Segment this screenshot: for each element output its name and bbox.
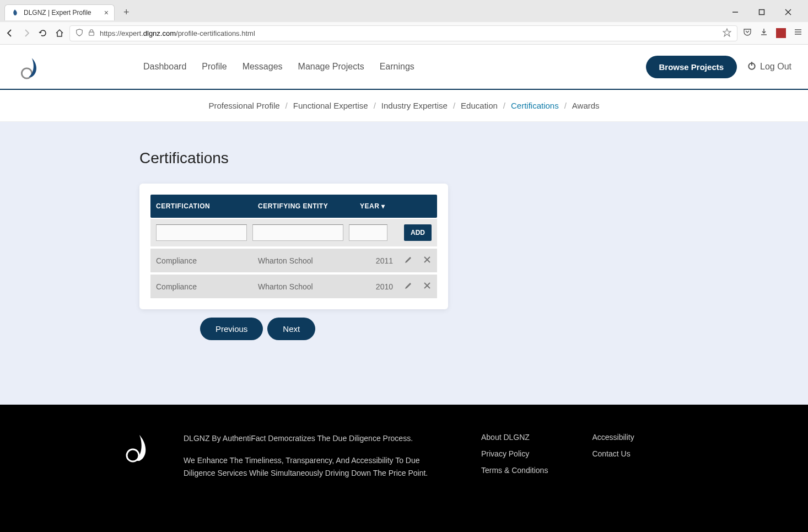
close-window-button[interactable] [777, 4, 799, 20]
table-header: CERTIFICATION CERTIFYING ENTITY YEAR ▾ [150, 195, 437, 218]
breadcrumb-awards[interactable]: Awards [572, 101, 600, 110]
logout-label: Log Out [760, 62, 791, 72]
cell-year: 2011 [360, 256, 398, 265]
page-viewport: Dashboard Profile Messages Manage Projec… [0, 45, 808, 532]
minimize-button[interactable] [724, 4, 746, 20]
footer-link-terms[interactable]: Terms & Conditions [481, 466, 548, 475]
browser-tab[interactable]: DLGNZ | Expert Profile × [4, 4, 115, 20]
forward-button[interactable] [22, 29, 31, 37]
nav-dashboard[interactable]: Dashboard [143, 62, 186, 72]
header-year[interactable]: YEAR ▾ [360, 202, 398, 210]
entity-input[interactable] [252, 224, 343, 241]
browser-toolbar: https://expert.dlgnz.com/profile-certifi… [0, 22, 808, 44]
header-certification: CERTIFICATION [156, 202, 258, 210]
browse-projects-button[interactable]: Browse Projects [646, 56, 737, 78]
nav-messages[interactable]: Messages [243, 62, 283, 72]
bookmark-icon[interactable] [723, 28, 731, 39]
footer-link-about[interactable]: About DLGNZ [481, 433, 530, 442]
sort-desc-icon: ▾ [381, 202, 385, 210]
page-title: Certifications [139, 149, 669, 167]
breadcrumb-certifications[interactable]: Certifications [511, 101, 559, 110]
svg-rect-1 [759, 10, 764, 15]
add-button[interactable]: ADD [404, 224, 432, 241]
input-row: ADD [150, 219, 437, 246]
footer-logo [123, 432, 150, 465]
certification-input[interactable] [156, 224, 247, 241]
url-bar[interactable]: https://expert.dlgnz.com/profile-certifi… [69, 25, 737, 41]
power-icon [747, 61, 757, 73]
site-logo[interactable] [17, 53, 44, 80]
certifications-table: CERTIFICATION CERTIFYING ENTITY YEAR ▾ [150, 195, 437, 298]
certifications-card: CERTIFICATION CERTIFYING ENTITY YEAR ▾ [139, 184, 448, 309]
pocket-icon[interactable] [743, 28, 752, 39]
footer-line1: DLGNZ By AuthentiFact Democratizes The D… [184, 432, 448, 444]
cell-year: 2010 [360, 282, 398, 291]
new-tab-button[interactable]: + [119, 4, 134, 20]
cell-certification: Compliance [156, 256, 258, 265]
previous-button[interactable]: Previous [200, 318, 263, 340]
svg-rect-4 [89, 32, 94, 35]
footer-link-accessibility[interactable]: Accessibility [592, 433, 634, 442]
footer: DLGNZ By AuthentiFact Democratizes The D… [0, 405, 808, 532]
home-button[interactable] [55, 29, 64, 37]
main-nav: Dashboard Profile Messages Manage Projec… [143, 62, 414, 72]
breadcrumb-industry-expertise[interactable]: Industry Expertise [381, 101, 448, 110]
cell-entity: Wharton School [258, 282, 360, 291]
lock-icon [88, 29, 95, 38]
breadcrumb-education[interactable]: Education [461, 101, 498, 110]
tab-title: DLGNZ | Expert Profile [24, 9, 100, 17]
url-text: https://expert.dlgnz.com/profile-certifi… [100, 29, 718, 37]
footer-link-contact[interactable]: Contact Us [592, 449, 630, 458]
tab-bar: DLGNZ | Expert Profile × + [0, 0, 808, 22]
cell-entity: Wharton School [258, 256, 360, 265]
logout-link[interactable]: Log Out [747, 61, 791, 73]
breadcrumb-professional-profile[interactable]: Professional Profile [208, 101, 279, 110]
tab-close-icon[interactable]: × [104, 8, 109, 17]
table-row: Compliance Wharton School 2011 [150, 249, 437, 272]
extension-icon[interactable] [776, 28, 786, 38]
header-entity: CERTIFYING ENTITY [258, 202, 360, 210]
nav-manage-projects[interactable]: Manage Projects [298, 62, 364, 72]
pager: Previous Next [200, 318, 669, 340]
shield-icon [76, 29, 83, 38]
svg-point-8 [21, 68, 31, 78]
footer-links: About DLGNZ Privacy Policy Terms & Condi… [481, 432, 634, 489]
footer-description: DLGNZ By AuthentiFact Democratizes The D… [184, 432, 448, 489]
breadcrumb-functional-expertise[interactable]: Functional Expertise [293, 101, 368, 110]
back-button[interactable] [6, 29, 14, 37]
year-input[interactable] [349, 224, 387, 241]
site-header: Dashboard Profile Messages Manage Projec… [0, 45, 808, 90]
breadcrumb: Professional Profile / Functional Expert… [0, 90, 808, 122]
footer-link-privacy[interactable]: Privacy Policy [481, 449, 529, 458]
content-area: Certifications CERTIFICATION CERTIFYING … [0, 122, 808, 405]
nav-earnings[interactable]: Earnings [380, 62, 414, 72]
edit-icon[interactable] [404, 255, 413, 266]
menu-icon[interactable] [794, 28, 802, 39]
table-row: Compliance Wharton School 2010 [150, 275, 437, 298]
reload-button[interactable] [39, 29, 47, 37]
browser-chrome: DLGNZ | Expert Profile × + https://exper… [0, 0, 808, 45]
next-button[interactable]: Next [267, 318, 315, 340]
cell-certification: Compliance [156, 282, 258, 291]
delete-icon[interactable] [423, 281, 432, 292]
edit-icon[interactable] [404, 281, 413, 292]
tab-favicon [10, 8, 19, 17]
footer-line2: We Enhance The Timeliness, Transparency,… [184, 454, 448, 479]
downloads-icon[interactable] [759, 28, 768, 39]
window-controls [724, 4, 804, 20]
nav-profile[interactable]: Profile [202, 62, 227, 72]
delete-icon[interactable] [423, 255, 432, 266]
maximize-button[interactable] [751, 4, 773, 20]
